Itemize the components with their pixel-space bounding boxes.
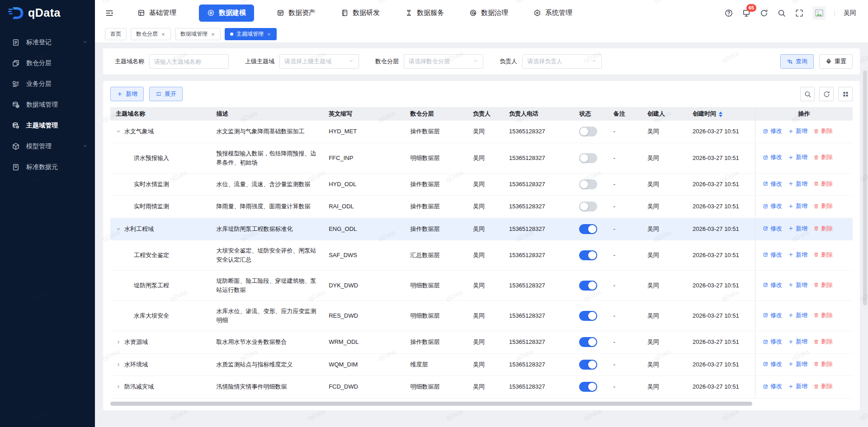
add-row-button[interactable]: 新增 [788,179,807,188]
add-button[interactable]: 新增 [110,87,144,101]
nav-item-data-dev[interactable]: 数据研发 [338,5,382,22]
status-toggle[interactable] [579,382,597,392]
nav-item-system-mgmt[interactable]: 系统管理 [531,5,575,22]
delete-row-button[interactable]: 删除 [813,360,833,369]
status-toggle[interactable] [579,153,597,163]
delete-row-button[interactable]: 删除 [813,281,833,290]
nav-item-data-asset[interactable]: 数据资产 [274,5,318,22]
sidebar-item-data-domain-mgmt[interactable]: 数据域管理 [0,94,95,115]
add-row-button[interactable]: 新增 [788,311,807,320]
filter-select-owner[interactable]: 请选择负责人 [522,54,602,69]
edit-row-button[interactable]: 修改 [763,382,782,391]
status-toggle[interactable] [579,224,597,234]
delete-row-button[interactable]: 删除 [813,311,833,320]
sidebar-item-standard-registry[interactable]: 标准登记 [0,32,95,53]
horizontal-scrollbar[interactable] [110,402,752,406]
tree-collapse-icon[interactable] [116,129,121,134]
add-row-button[interactable]: 新增 [788,202,807,211]
edit-row-button[interactable]: 修改 [763,202,782,211]
status-toggle[interactable] [579,311,597,321]
status-toggle[interactable] [579,179,597,189]
delete-row-button[interactable]: 删除 [813,224,833,233]
tab-dw-layers[interactable]: 数仓分层 [131,28,171,40]
notification-icon[interactable]: 65 [742,9,751,18]
status-toggle[interactable] [579,281,597,291]
tab-close-icon[interactable] [267,32,271,37]
status-toggle[interactable] [579,250,597,260]
edit-row-button[interactable]: 修改 [763,127,782,136]
tree-expand-icon[interactable] [116,339,121,345]
tab-data-domain-mgmt[interactable]: 数据域管理 [175,28,221,40]
cell-actions: 修改新增删除 [755,301,853,331]
expand-all-button[interactable]: 展开 [149,87,183,101]
tab-close-icon[interactable] [211,32,215,37]
edit-row-button[interactable]: 修改 [763,281,782,290]
add-row-button[interactable]: 新增 [788,224,807,233]
name-cell: 工程安全鉴定 [116,251,206,260]
table-refresh-button[interactable] [819,87,834,101]
query-button[interactable]: 查询 [780,54,814,69]
action-label: 删除 [821,382,833,391]
sidebar-item-business-layers[interactable]: 业务分层 [0,74,95,94]
delete-row-button[interactable]: 删除 [813,127,833,136]
edit-row-button[interactable]: 修改 [763,337,782,346]
delete-row-button[interactable]: 删除 [813,153,833,162]
edit-row-button[interactable]: 修改 [763,360,782,369]
status-toggle[interactable] [579,127,597,136]
nav-item-data-service[interactable]: 数据服务 [402,5,447,22]
tab-close-icon[interactable] [161,32,165,37]
sort-created-time[interactable] [719,112,722,117]
table-search-button[interactable] [800,87,815,101]
nav-item-data-governance[interactable]: 数据治理 [467,5,511,22]
tree-expand-icon[interactable] [116,362,121,367]
sidebar-item-dw-layers[interactable]: 数仓分层 [0,53,95,74]
cell-owner: 吴同 [467,353,504,376]
fullscreen-icon[interactable] [795,9,804,18]
nav-item-basic-mgmt[interactable]: 基础管理 [135,5,179,22]
sidebar-item-subject-domain-mgmt[interactable]: 主题域管理 [0,115,95,136]
username[interactable]: 吴同 [844,9,856,17]
avatar[interactable] [812,6,826,20]
add-row-button[interactable]: 新增 [788,281,807,290]
delete-row-button[interactable]: 删除 [813,382,833,391]
add-row-button[interactable]: 新增 [788,337,807,346]
delete-row-button[interactable]: 删除 [813,202,833,211]
edit-row-button[interactable]: 修改 [763,311,782,320]
status-toggle[interactable] [579,337,597,347]
add-row-button[interactable]: 新增 [788,360,807,369]
add-row-button[interactable]: 新增 [788,250,807,259]
vertical-scrollbar-track[interactable] [863,43,867,425]
sidebar-item-standard-data-element[interactable]: 标准数据元 [0,157,95,178]
delete-row-button[interactable]: 删除 [813,250,833,259]
tab-subject-domain-mgmt[interactable]: 主题域管理 [225,28,277,40]
tree-collapse-icon[interactable] [116,226,121,232]
add-row-button[interactable]: 新增 [788,382,807,391]
delete-row-button[interactable]: 删除 [813,337,833,346]
edit-row-button[interactable]: 修改 [763,179,782,188]
add-row-button[interactable]: 新增 [788,127,807,136]
tab-home[interactable]: 首页 [105,28,127,40]
search-icon[interactable] [777,9,786,18]
filter-select-parent[interactable]: 请选择上级主题域 [279,54,359,69]
edit-row-button[interactable]: 修改 [763,250,782,259]
add-row-button[interactable]: 新增 [788,153,807,162]
collapse-menu-button[interactable] [105,9,114,18]
plus-icon [788,155,794,160]
filter-select-layer[interactable]: 请选择数仓分层 [404,54,483,69]
status-toggle[interactable] [579,360,597,370]
tree-expand-icon[interactable] [116,384,121,389]
table-columns-button[interactable] [838,87,853,101]
reset-button[interactable]: 重置 [819,54,853,69]
delete-row-button[interactable]: 删除 [813,179,833,188]
nav-item-data-modeling[interactable]: 数据建模 [199,5,254,22]
status-toggle[interactable] [579,202,597,211]
edit-row-button[interactable]: 修改 [763,224,782,233]
vertical-scrollbar-thumb[interactable] [863,70,867,305]
help-icon[interactable] [724,9,733,18]
refresh-icon[interactable] [760,9,769,18]
edit-row-button[interactable]: 修改 [763,153,782,162]
cell-owner-value: 吴同 [473,225,485,232]
cell-created-time-value: 2026-03-27 10:51 [693,282,739,289]
sidebar-item-model-mgmt[interactable]: 模型管理 [0,136,95,157]
filter-input-name[interactable] [149,54,229,69]
